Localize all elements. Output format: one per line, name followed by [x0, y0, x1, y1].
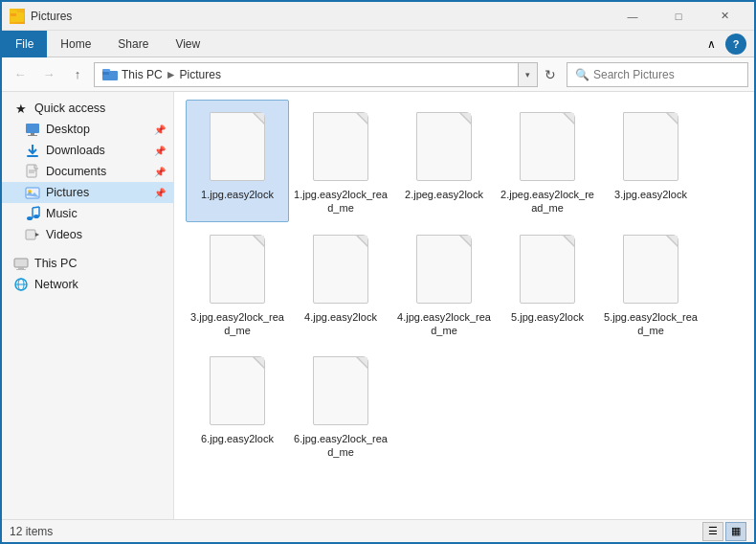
refresh-button[interactable]: ↻: [538, 62, 563, 87]
music-icon: [25, 206, 40, 221]
sidebar-item-pictures[interactable]: Pictures 📌: [2, 182, 173, 203]
sidebar-item-this-pc[interactable]: This PC: [2, 253, 173, 274]
file-label: 1.jpg.easy2lock: [201, 188, 274, 201]
file-label: 2.jpeg.easy2lock_read_me: [500, 188, 594, 215]
ribbon: File Home Share View ∧ ?: [2, 31, 754, 57]
file-item[interactable]: 2.jpeg.easy2lock_read_me: [496, 100, 599, 222]
path-this-pc: This PC: [122, 68, 163, 81]
file-label: 5.jpg.easy2lock_read_me: [604, 310, 698, 338]
search-box[interactable]: 🔍: [567, 62, 748, 87]
file-grid-wrapper: 1.jpg.easy2lock 1.jpg.easy2lock_read_me …: [174, 92, 754, 519]
svg-rect-22: [14, 259, 28, 267]
file-page: [210, 112, 265, 181]
svg-point-16: [33, 215, 39, 218]
file-icon: [617, 231, 684, 307]
list-view-button[interactable]: ☰: [702, 522, 723, 541]
help-button[interactable]: ?: [725, 34, 746, 55]
file-item[interactable]: 5.jpg.easy2lock: [496, 222, 599, 345]
ribbon-extras: ∧ ?: [700, 34, 754, 55]
sidebar: ★ Quick access Desktop 📌 Downloads 📌 Doc…: [2, 92, 174, 519]
main-area: ★ Quick access Desktop 📌 Downloads 📌 Doc…: [2, 92, 754, 519]
sidebar-item-desktop[interactable]: Desktop 📌: [2, 119, 173, 140]
this-pc-icon: [13, 256, 29, 271]
minimize-button[interactable]: —: [611, 2, 655, 31]
file-page: [623, 235, 678, 304]
sidebar-item-documents[interactable]: Documents 📌: [2, 161, 173, 182]
downloads-icon: [25, 143, 40, 158]
close-button[interactable]: ✕: [702, 2, 746, 31]
window-controls: — □ ✕: [611, 2, 746, 31]
title-bar: Pictures — □ ✕: [2, 2, 754, 31]
videos-icon: [25, 227, 40, 242]
file-label: 3.jpg.easy2lock: [614, 188, 687, 201]
file-icon: [307, 231, 374, 307]
svg-rect-20: [26, 230, 35, 239]
file-item[interactable]: 3.jpg.easy2lock_read_me: [186, 222, 289, 345]
svg-point-15: [27, 216, 33, 220]
file-label: 4.jpg.easy2lock_read_me: [397, 310, 491, 338]
svg-marker-21: [35, 233, 39, 237]
svg-rect-9: [27, 155, 38, 157]
file-label: 6.jpg.easy2lock: [201, 432, 274, 445]
file-page: [416, 112, 472, 181]
view-toggle: ☰ ▦: [702, 522, 746, 541]
file-item[interactable]: 5.jpg.easy2lock_read_me: [599, 222, 702, 345]
maximize-button[interactable]: □: [656, 2, 700, 31]
sidebar-item-music[interactable]: Music: [2, 203, 173, 224]
file-item[interactable]: 4.jpg.easy2lock_read_me: [392, 222, 496, 345]
back-button[interactable]: ←: [8, 62, 33, 87]
file-label: 5.jpg.easy2lock: [511, 310, 584, 324]
up-button[interactable]: ↑: [65, 62, 90, 87]
file-page: [210, 235, 265, 304]
file-icon: [617, 108, 684, 185]
documents-pin-icon: 📌: [154, 167, 166, 177]
file-label: 4.jpg.easy2lock: [304, 310, 377, 324]
ribbon-tabs: File Home Share View ∧ ?: [2, 31, 754, 57]
svg-rect-6: [26, 124, 39, 133]
window-icon: [10, 9, 25, 24]
pictures-pin-icon: 📌: [154, 188, 166, 198]
desktop-pin-icon: 📌: [154, 125, 166, 135]
file-item[interactable]: 4.jpg.easy2lock: [289, 222, 392, 345]
sidebar-item-network[interactable]: Network: [2, 274, 173, 295]
tab-view[interactable]: View: [162, 31, 213, 57]
sidebar-item-quick-access[interactable]: ★ Quick access: [2, 98, 173, 119]
ribbon-collapse-button[interactable]: ∧: [700, 34, 722, 55]
file-item[interactable]: 6.jpg.easy2lock: [186, 344, 289, 466]
file-icon: [514, 231, 581, 307]
item-count: 12 items: [10, 525, 53, 538]
search-input[interactable]: [593, 68, 740, 81]
sidebar-item-videos[interactable]: Videos: [2, 224, 173, 245]
file-item[interactable]: 1.jpg.easy2lock: [186, 100, 289, 222]
forward-button[interactable]: →: [36, 62, 61, 87]
file-page: [210, 356, 265, 425]
search-icon: 🔍: [575, 68, 589, 81]
file-item[interactable]: 6.jpg.easy2lock_read_me: [289, 344, 392, 466]
file-item[interactable]: 3.jpg.easy2lock: [599, 100, 702, 222]
tab-file[interactable]: File: [2, 31, 47, 57]
network-icon: [13, 277, 29, 292]
svg-line-17: [33, 207, 39, 208]
desktop-icon: [25, 122, 40, 137]
file-page: [313, 112, 368, 181]
file-label: 6.jpg.easy2lock_read_me: [294, 432, 388, 460]
sidebar-label-this-pc: This PC: [34, 257, 77, 270]
quick-access-icon: ★: [13, 101, 29, 116]
file-icon: [411, 231, 478, 307]
downloads-pin-icon: 📌: [154, 146, 166, 156]
status-bar: 12 items ☰ ▦: [2, 519, 754, 542]
grid-view-button[interactable]: ▦: [725, 522, 746, 541]
file-label: 2.jpeg.easy2lock: [405, 188, 483, 201]
svg-rect-5: [102, 69, 110, 72]
file-icon: [204, 352, 271, 429]
sidebar-label-documents: Documents: [46, 165, 106, 178]
tab-share[interactable]: Share: [104, 31, 162, 57]
file-item[interactable]: 2.jpeg.easy2lock: [392, 100, 496, 222]
file-item[interactable]: 1.jpg.easy2lock_read_me: [289, 100, 392, 222]
file-icon: [514, 108, 581, 185]
sidebar-item-downloads[interactable]: Downloads 📌: [2, 140, 173, 161]
tab-home[interactable]: Home: [47, 31, 104, 57]
address-path[interactable]: This PC ► Pictures: [94, 62, 519, 87]
file-icon: [307, 108, 374, 185]
address-dropdown-button[interactable]: ▾: [519, 62, 538, 87]
